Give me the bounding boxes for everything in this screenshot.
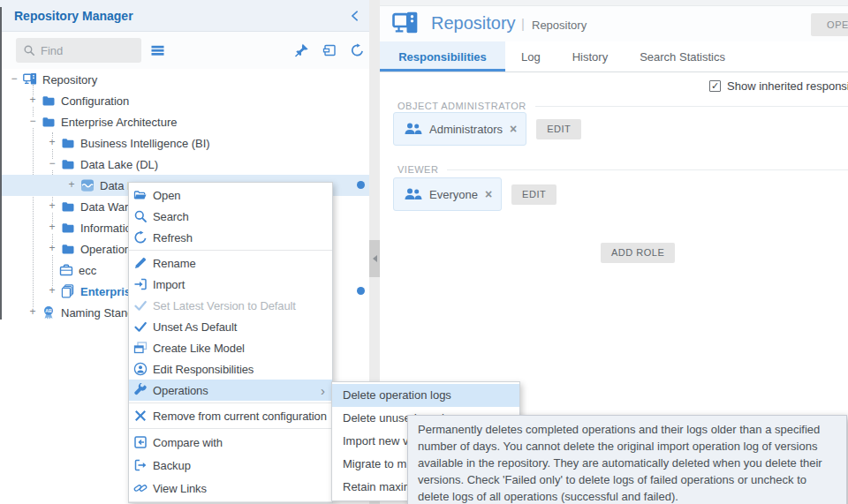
check-icon	[133, 320, 148, 334]
top-strip	[380, 0, 848, 6]
data-lake-icon	[80, 178, 95, 192]
tree-item-repository[interactable]: − Repository	[0, 69, 369, 90]
open-indicator-dot	[357, 287, 365, 295]
menu-separator	[129, 501, 332, 502]
menu-item-rename[interactable]: Rename	[129, 252, 332, 274]
backup-icon	[133, 458, 148, 472]
find-box[interactable]	[16, 38, 141, 63]
tab-responsibilities[interactable]: Responsibilities	[380, 41, 505, 71]
heading-rule	[535, 106, 848, 107]
menu-item-unset-as-default[interactable]: Unset As Default	[129, 316, 332, 337]
menu-item-remove-from-current-configuration[interactable]: Remove from current configuration	[129, 405, 332, 426]
remove-chip-icon[interactable]: ×	[485, 187, 492, 201]
splitter-handle[interactable]	[369, 240, 380, 277]
repository-manager-app: AB Repository Manager	[0, 0, 848, 504]
menu-item-open[interactable]: Open	[129, 184, 332, 206]
open-indicator-dot	[357, 181, 365, 189]
tab-search-statistics[interactable]: Search Statistics	[624, 41, 741, 71]
tree-item-configuration[interactable]: + Configuration	[0, 90, 369, 111]
users-icon	[403, 122, 422, 136]
menu-item-create-like-model[interactable]: Create Like Model	[129, 337, 332, 358]
menu-item-import[interactable]: Import	[129, 274, 332, 295]
search-icon	[23, 44, 35, 56]
menu-item-refresh[interactable]: Refresh	[129, 227, 332, 248]
add-role-button[interactable]: ADD ROLE	[601, 243, 675, 263]
menu-item-search[interactable]: Search	[129, 206, 332, 227]
tree-expander[interactable]: +	[47, 244, 57, 254]
collapse-left-icon	[373, 255, 377, 262]
tab-log[interactable]: Log	[505, 41, 556, 71]
folder-icon	[42, 94, 56, 108]
remove-cross-icon	[133, 409, 148, 423]
menu-item-backup[interactable]: Backup	[129, 454, 332, 477]
tree-item-business-intelligence[interactable]: + Business Intelligence (BI)	[0, 132, 369, 154]
folder-icon	[61, 136, 75, 150]
wrench-icon	[133, 383, 148, 397]
find-input[interactable]	[41, 38, 138, 63]
tree-expander[interactable]: +	[47, 286, 57, 297]
role-chip-administrators[interactable]: Administrators ×	[393, 112, 526, 146]
compare-icon	[133, 435, 148, 449]
tree-expander[interactable]: −	[27, 117, 38, 127]
award-icon	[42, 305, 56, 320]
section-heading-object-administrator: OBJECT ADMINISTRATOR	[398, 101, 848, 111]
refresh-icon[interactable]	[350, 43, 365, 57]
documents-icon	[61, 284, 75, 298]
menu-item-edit-responsibilities[interactable]: Edit Responsibilities	[129, 358, 332, 380]
menu-item-compare-with[interactable]: Compare with	[129, 431, 332, 454]
pin-icon[interactable]	[294, 43, 309, 57]
open-folder-icon	[133, 188, 148, 202]
show-inherited-label: Show inherited responsibilities	[727, 79, 848, 93]
tree-expander[interactable]: +	[47, 201, 57, 212]
detail-tabs: Responsibilities Log History Search Stat…	[380, 41, 848, 72]
show-inherited-row: ✓ Show inherited responsibilities	[709, 79, 848, 93]
title-separator: |	[521, 16, 525, 31]
viewer-row: Everyone × EDIT	[393, 177, 556, 211]
menu-group: Remove from current configuration	[129, 403, 332, 428]
object-subtitle: Repository	[532, 19, 587, 32]
tree-expander[interactable]: +	[27, 307, 38, 318]
menu-item-view-links[interactable]: View Links	[129, 477, 332, 500]
tree-expander[interactable]: +	[27, 95, 38, 106]
role-chip-everyone[interactable]: Everyone ×	[393, 177, 502, 211]
briefcase-icon	[59, 263, 73, 277]
tab-history[interactable]: History	[556, 41, 624, 71]
folder-icon	[61, 242, 75, 256]
remove-chip-icon[interactable]: ×	[510, 122, 517, 136]
menu-item-set-latest-version-to-default: Set Latest Version to Default	[129, 295, 332, 316]
edit-button[interactable]: EDIT	[511, 184, 556, 205]
context-menu: Open Search Refresh Rename Import Set La…	[128, 182, 333, 503]
tree-expander[interactable]: +	[47, 138, 57, 148]
menu-group: Open Search Refresh	[129, 183, 332, 250]
links-icon	[133, 481, 148, 495]
window-edge	[0, 7, 2, 320]
tooltip: Permanently deletes completed operations…	[407, 415, 847, 504]
detail-header: Repository | Repository OPEN	[380, 6, 848, 41]
menu-item-operations[interactable]: Operations›	[129, 380, 332, 401]
pencil-icon	[133, 256, 148, 270]
tree-item-data-lake-dl[interactable]: − Data Lake (DL)	[0, 154, 369, 175]
menu-group: Rename Import Set Latest Version to Defa…	[129, 251, 332, 402]
open-button[interactable]: OPEN	[811, 13, 848, 36]
tree-expander[interactable]: +	[47, 222, 57, 233]
menu-group: Compare with Backup View Links	[129, 429, 332, 501]
tree-item-enterprise-architecture[interactable]: − Enterprise Architecture	[0, 111, 369, 132]
show-inherited-checkbox[interactable]: ✓	[709, 80, 721, 92]
check-icon	[133, 298, 148, 312]
section-heading-viewer: VIEWER	[398, 164, 848, 175]
object-title: Repository	[431, 13, 516, 34]
restore-window-icon[interactable]	[322, 43, 337, 57]
repository-icon	[392, 11, 419, 37]
refresh-icon	[133, 230, 148, 244]
tree-expander[interactable]: +	[66, 180, 77, 191]
folder-icon	[61, 157, 75, 171]
tree-expander[interactable]: −	[9, 74, 19, 85]
edit-button[interactable]: EDIT	[536, 119, 581, 139]
collapse-panel-icon[interactable]	[349, 10, 361, 22]
submenu-item-delete-operation-logs[interactable]: Delete operation logs	[332, 384, 519, 407]
tree-toolbar	[0, 32, 369, 69]
submenu-arrow-icon: ›	[321, 383, 325, 398]
repository-icon	[23, 72, 37, 87]
menu-icon[interactable]	[150, 43, 165, 57]
tree-expander[interactable]: −	[47, 159, 57, 169]
